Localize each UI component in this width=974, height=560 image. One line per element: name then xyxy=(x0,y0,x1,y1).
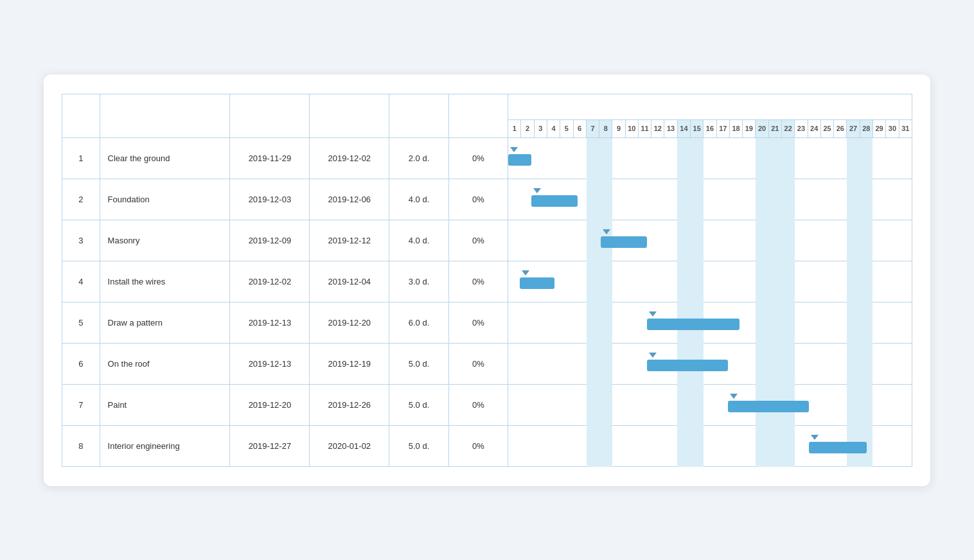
cell-name-0: Clear the ground xyxy=(100,137,230,179)
cell-finish-1: 2019-12-06 xyxy=(310,179,389,220)
cell-duration-1: 4.0 d. xyxy=(389,179,448,220)
cell-duration-3: 3.0 d. xyxy=(389,261,448,302)
gantt-chart-cell-6 xyxy=(508,384,912,425)
cell-id-4: 5 xyxy=(62,302,100,343)
cell-name-3: Install the wires xyxy=(100,261,230,302)
day-header-24: 24 xyxy=(808,119,820,137)
cell-name-5: On the roof xyxy=(100,343,230,384)
day-header-17: 17 xyxy=(716,119,729,137)
cell-complete-4: 0% xyxy=(448,302,508,343)
table-row: 7Paint2019-12-202019-12-265.0 d.0% xyxy=(62,384,912,425)
day-header-1: 1 xyxy=(508,119,521,137)
cell-complete-3: 0% xyxy=(448,261,508,302)
day-header-20: 20 xyxy=(756,119,768,137)
table-row: 1Clear the ground2019-11-292019-12-022.0… xyxy=(62,137,912,179)
col-finish-header xyxy=(310,94,389,137)
cell-finish-4: 2019-12-20 xyxy=(310,302,389,343)
cell-complete-2: 0% xyxy=(448,220,508,261)
month-header-row xyxy=(62,94,912,119)
day-header-10: 10 xyxy=(625,119,638,137)
col-taskname-header xyxy=(100,94,230,137)
gantt-chart-cell-7 xyxy=(508,425,912,466)
day-header-27: 27 xyxy=(847,119,860,137)
day-header-6: 6 xyxy=(573,119,586,137)
gantt-table: 1234567891011121314151617181920212223242… xyxy=(62,94,912,467)
col-id-header xyxy=(62,94,100,137)
gantt-chart-cell-4 xyxy=(508,302,912,343)
day-header-8: 8 xyxy=(599,119,612,137)
day-header-18: 18 xyxy=(729,119,742,137)
day-header-31: 31 xyxy=(899,119,912,137)
cell-id-1: 2 xyxy=(62,179,100,220)
cell-complete-0: 0% xyxy=(448,137,508,179)
table-row: 4Install the wires2019-12-022019-12-043.… xyxy=(62,261,912,302)
cell-duration-7: 5.0 d. xyxy=(389,425,448,466)
cell-finish-5: 2019-12-19 xyxy=(310,343,389,384)
gantt-chart-cell-2 xyxy=(508,220,912,261)
day-header-25: 25 xyxy=(820,119,833,137)
cell-id-5: 6 xyxy=(62,343,100,384)
day-header-29: 29 xyxy=(872,119,885,137)
day-header-13: 13 xyxy=(664,119,677,137)
day-header-19: 19 xyxy=(743,119,756,137)
cell-start-3: 2019-12-02 xyxy=(230,261,310,302)
cell-duration-0: 2.0 d. xyxy=(389,137,448,179)
gantt-chart-cell-3 xyxy=(508,261,912,302)
cell-complete-6: 0% xyxy=(448,384,508,425)
day-header-15: 15 xyxy=(691,119,704,137)
table-row: 8Interior engineering2019-12-272020-01-0… xyxy=(62,425,912,466)
cell-complete-1: 0% xyxy=(448,179,508,220)
cell-finish-3: 2019-12-04 xyxy=(310,261,389,302)
day-header-5: 5 xyxy=(560,119,573,137)
cell-complete-5: 0% xyxy=(448,343,508,384)
cell-id-3: 4 xyxy=(62,261,100,302)
cell-complete-7: 0% xyxy=(448,425,508,466)
day-header-26: 26 xyxy=(834,119,847,137)
cell-start-0: 2019-11-29 xyxy=(230,137,310,179)
cell-finish-7: 2020-01-02 xyxy=(310,425,389,466)
table-row: 2Foundation2019-12-032019-12-064.0 d.0% xyxy=(62,179,912,220)
cell-name-6: Paint xyxy=(100,384,230,425)
day-header-28: 28 xyxy=(860,119,872,137)
cell-start-5: 2019-12-13 xyxy=(230,343,310,384)
cell-name-4: Draw a pattern xyxy=(100,302,230,343)
cell-name-2: Masonry xyxy=(100,220,230,261)
cell-start-1: 2019-12-03 xyxy=(230,179,310,220)
cell-name-1: Foundation xyxy=(100,179,230,220)
gantt-card: 1234567891011121314151617181920212223242… xyxy=(44,74,930,486)
col-start-header xyxy=(230,94,310,137)
month-label xyxy=(508,94,912,119)
cell-duration-2: 4.0 d. xyxy=(389,220,448,261)
cell-start-2: 2019-12-09 xyxy=(230,220,310,261)
cell-finish-2: 2019-12-12 xyxy=(310,220,389,261)
day-header-7: 7 xyxy=(586,119,599,137)
gantt-chart-wrapper: 1234567891011121314151617181920212223242… xyxy=(62,94,912,467)
table-row: 5Draw a pattern2019-12-132019-12-206.0 d… xyxy=(62,302,912,343)
cell-id-7: 8 xyxy=(62,425,100,466)
cell-finish-6: 2019-12-26 xyxy=(310,384,389,425)
cell-id-0: 1 xyxy=(62,137,100,179)
day-header-4: 4 xyxy=(547,119,560,137)
table-row: 6On the roof2019-12-132019-12-195.0 d.0% xyxy=(62,343,912,384)
cell-duration-5: 5.0 d. xyxy=(389,343,448,384)
cell-id-2: 3 xyxy=(62,220,100,261)
gantt-chart-cell-0 xyxy=(508,137,912,179)
cell-start-7: 2019-12-27 xyxy=(230,425,310,466)
day-header-16: 16 xyxy=(704,119,716,137)
col-complete-header xyxy=(448,94,508,137)
cell-duration-6: 5.0 d. xyxy=(389,384,448,425)
day-header-11: 11 xyxy=(638,119,651,137)
day-header-30: 30 xyxy=(886,119,899,137)
day-header-9: 9 xyxy=(612,119,625,137)
day-header-23: 23 xyxy=(795,119,808,137)
cell-duration-4: 6.0 d. xyxy=(389,302,448,343)
cell-finish-0: 2019-12-02 xyxy=(310,137,389,179)
day-header-3: 3 xyxy=(534,119,547,137)
day-header-21: 21 xyxy=(768,119,781,137)
cell-name-7: Interior engineering xyxy=(100,425,230,466)
gantt-chart-cell-1 xyxy=(508,179,912,220)
cell-start-6: 2019-12-20 xyxy=(230,384,310,425)
day-header-14: 14 xyxy=(677,119,690,137)
cell-id-6: 7 xyxy=(62,384,100,425)
table-row: 3Masonry2019-12-092019-12-124.0 d.0% xyxy=(62,220,912,261)
